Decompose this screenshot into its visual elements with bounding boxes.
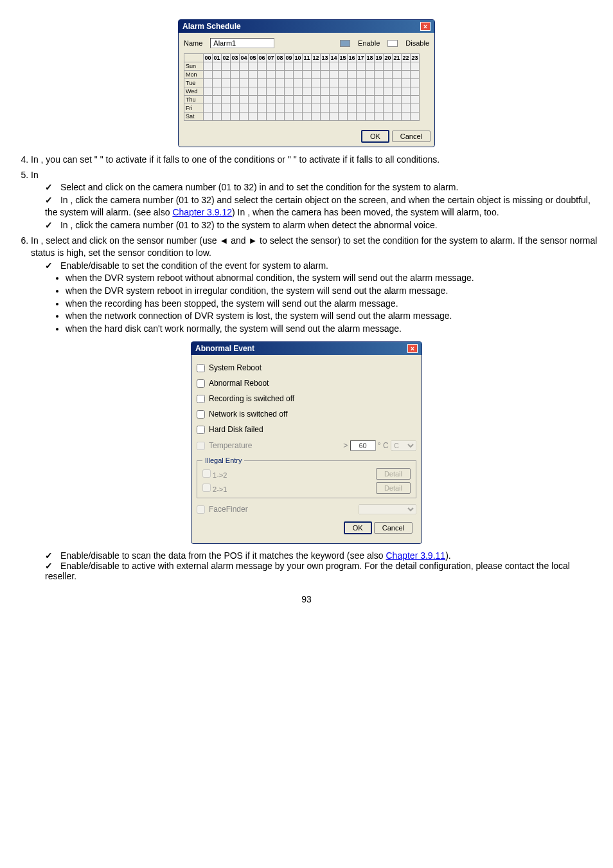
entry-1-2-label: 1->2	[213, 471, 227, 479]
network-off-checkbox[interactable]	[197, 410, 205, 419]
step-6-bullet-1: when the DVR system reboot without abnor…	[66, 272, 600, 285]
gt-label: >	[343, 441, 348, 450]
step-4: In , you can set " " to activate if it f…	[31, 154, 600, 167]
entry-2-1-checkbox	[202, 484, 211, 492]
facefinder-select	[359, 504, 416, 514]
close-icon[interactable]: ×	[420, 22, 431, 31]
step-6-check-1: Enable/disable to set the condition of t…	[45, 260, 600, 273]
hdd-failed-checkbox[interactable]	[197, 426, 205, 434]
hdd-failed-label: Hard Disk failed	[209, 425, 263, 434]
page-number: 93	[13, 594, 600, 604]
step-5-check-2: In , click the camera number (01 to 32) …	[45, 194, 600, 219]
step-6-bullet-2: when the DVR system reboot in irregular …	[66, 285, 600, 298]
chapter-3911-link[interactable]: Chapter 3.9.11	[386, 550, 446, 561]
schedule-grid[interactable]: 0001020304050607080910111213141516171819…	[184, 53, 420, 121]
abnormal-reboot-checkbox[interactable]	[197, 379, 205, 388]
step-6-bullet-3: when the recording has been stopped, the…	[66, 298, 600, 311]
cancel-button[interactable]: Cancel	[392, 131, 431, 142]
ok-button[interactable]: OK	[344, 521, 372, 534]
network-off-label: Network is switched off	[209, 410, 288, 419]
temperature-label: Temperature	[209, 441, 252, 450]
detail-button-2: Detail	[376, 482, 411, 494]
temperature-value-input	[350, 440, 376, 451]
illegal-entry-legend: Illegal Entry	[202, 457, 244, 464]
bottom-check-2: Enable/disable to active with external a…	[45, 561, 600, 581]
alarm-name-input[interactable]	[210, 38, 274, 48]
close-icon[interactable]: ×	[407, 344, 418, 353]
recording-off-label: Recording is switched off	[209, 394, 294, 403]
illegal-entry-group: Illegal Entry 1->2 Detail 2->1 Detail	[197, 457, 416, 498]
ok-button[interactable]: OK	[361, 130, 389, 143]
step-6: In , select and click on the sensor numb…	[31, 235, 600, 336]
chapter-3912-link[interactable]: Chapter 3.9.12	[172, 207, 232, 217]
temperature-checkbox	[197, 442, 205, 450]
facefinder-checkbox	[197, 505, 205, 514]
step-5: In Select and click on the camera number…	[31, 169, 600, 232]
dialog-titlebar: Abnormal Event ×	[191, 342, 422, 355]
cancel-button[interactable]: Cancel	[374, 522, 413, 534]
disable-swatch-icon	[387, 40, 398, 47]
disable-label: Disable	[405, 39, 429, 47]
bottom-check-1: Enable/disable to scan the data from the…	[45, 550, 600, 561]
dialog-title-text: Alarm Schedule	[182, 22, 241, 31]
enable-label: Enable	[358, 39, 380, 47]
enable-swatch-icon	[340, 40, 350, 47]
step-5-check-3: In , click the camera number (01 to 32) …	[45, 219, 600, 232]
detail-button-1: Detail	[376, 468, 411, 480]
temp-unit-label: ° C	[378, 441, 389, 450]
step-5-check-1: Select and click on the camera number (0…	[45, 181, 600, 194]
system-reboot-label: System Reboot	[209, 363, 262, 372]
system-reboot-checkbox[interactable]	[197, 364, 205, 372]
step-6-bullet-4: when the network connection of DVR syste…	[66, 310, 600, 323]
entry-2-1-label: 2->1	[213, 485, 227, 493]
dialog-title-text: Abnormal Event	[195, 344, 254, 353]
recording-off-checkbox[interactable]	[197, 395, 205, 403]
step-6-bullet-5: when the hard disk can't work normally, …	[66, 323, 600, 336]
abnormal-event-dialog: Abnormal Event × System Reboot Abnormal …	[191, 341, 422, 544]
alarm-schedule-dialog: Alarm Schedule × Name Enable Disable 000…	[178, 19, 435, 147]
dialog-titlebar: Alarm Schedule ×	[179, 20, 434, 33]
entry-1-2-checkbox	[202, 469, 211, 478]
abnormal-reboot-label: Abnormal Reboot	[209, 379, 269, 388]
name-label: Name	[184, 39, 202, 47]
facefinder-label: FaceFinder	[209, 505, 248, 514]
temp-unit-select: C	[391, 440, 416, 451]
